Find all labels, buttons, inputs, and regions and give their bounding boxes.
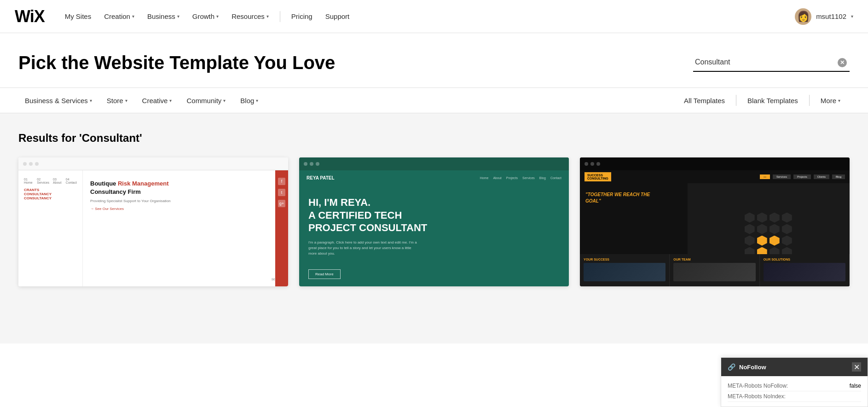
col-title: OUR SOLUTIONS <box>764 258 845 261</box>
bottom-col-team: OUR TEAM <box>670 254 759 286</box>
search-input[interactable] <box>693 53 850 72</box>
google-plus-icon: g+ <box>278 200 285 207</box>
nav-support[interactable]: Support <box>320 9 355 24</box>
chevron-down-icon: ▾ <box>256 98 258 103</box>
main-nav: My Sites Creation ▾ Business ▾ Growth ▾ … <box>59 9 795 24</box>
hex-cell <box>782 224 792 234</box>
nav-pricing[interactable]: Pricing <box>286 9 318 24</box>
card-body: 01 Home 02 Services 03 About 04 Contact … <box>18 170 288 286</box>
user-menu[interactable]: 👩 msut1102 ▾ <box>795 8 853 25</box>
template-brand: REYA PATEL <box>307 175 335 180</box>
chevron-down-icon: ▾ <box>851 14 853 19</box>
category-right: All Templates Blank Templates More ▾ <box>675 93 850 108</box>
category-links: Business & Services ▾ Store ▾ Creative ▾… <box>18 93 675 108</box>
search-box: ✕ <box>693 53 850 72</box>
hex-cell <box>782 236 792 246</box>
search-clear-button[interactable]: ✕ <box>838 58 847 67</box>
category-blog[interactable]: Blog ▾ <box>234 93 265 108</box>
chevron-down-icon: ▾ <box>177 14 179 19</box>
results-heading: Results for 'Consultant' <box>18 132 850 145</box>
window-dot <box>304 162 307 166</box>
template-card-2[interactable]: REYA PATEL Home About Projects Services … <box>299 157 569 286</box>
hex-cell <box>757 213 767 223</box>
col-title: OUR TEAM <box>673 258 755 261</box>
template-heading: HI, I'M REYA. A CERTIFIED TECH PROJECT C… <box>308 196 560 234</box>
card-content: Boutique Risk ManagementConsultancy Firm… <box>83 170 288 286</box>
templates-grid: 01 Home 02 Services 03 About 04 Contact … <box>18 157 850 286</box>
twitter-icon: t <box>278 189 285 196</box>
wix-logo[interactable]: WiX <box>15 7 45 26</box>
nav-divider <box>280 11 280 22</box>
card-top-bar <box>580 157 850 170</box>
window-dot <box>596 162 600 166</box>
category-nav: Business & Services ▾ Store ▾ Creative ▾… <box>0 87 868 113</box>
window-dot <box>35 162 39 166</box>
content-area: Results for 'Consultant' 01 Home 02 Serv… <box>0 113 868 343</box>
col-image <box>584 263 665 281</box>
window-dot <box>310 162 313 166</box>
avatar: 👩 <box>795 8 811 25</box>
template-subtitle: Providing Specialist Support to Your Org… <box>90 199 281 203</box>
card-top-bar <box>299 157 569 170</box>
col-image <box>764 263 845 281</box>
category-community[interactable]: Community ▾ <box>180 93 232 108</box>
card-nav: REYA PATEL Home About Projects Services … <box>299 170 569 185</box>
card-nav: SUCCESSCONSULTING — Services Projects Cl… <box>580 170 850 183</box>
bottom-col-solutions: OUR SOLUTIONS <box>760 254 850 286</box>
facebook-icon: f <box>278 178 285 185</box>
card-content: HI, I'M REYA. A CERTIFIED TECH PROJECT C… <box>299 185 569 286</box>
template-nav-links: Home About Projects Services Blog Contac… <box>480 176 561 180</box>
category-creative[interactable]: Creative ▾ <box>136 93 179 108</box>
bottom-col-success: YOUR SUCCESS <box>580 254 670 286</box>
chevron-down-icon: ▾ <box>90 98 92 103</box>
nav-resources[interactable]: Resources ▾ <box>226 9 274 24</box>
template-nav-links: — Services Projects Clients Blog <box>760 174 845 179</box>
window-dot <box>584 162 588 166</box>
chevron-down-icon: ▾ <box>132 14 134 19</box>
window-dot <box>29 162 33 166</box>
page-title: Pick the Website Template You Love <box>18 52 335 74</box>
hex-cell <box>782 213 792 223</box>
page-title-section: Pick the Website Template You Love ✕ <box>0 33 868 87</box>
card-content: "TOGETHER WE REACH THE GOAL" YOUR SUCCES… <box>580 183 850 286</box>
chevron-down-icon: ▾ <box>223 98 226 103</box>
hex-cell <box>770 224 780 234</box>
template-card-3[interactable]: SUCCESSCONSULTING — Services Projects Cl… <box>580 157 850 286</box>
card-nav: 01 Home 02 Services 03 About 04 Contact <box>24 178 77 184</box>
nav-business[interactable]: Business ▾ <box>142 9 185 24</box>
template-read-more-button: Read More <box>308 269 341 279</box>
hex-cell <box>745 213 755 223</box>
sidebar-brand: CRANTSCONSULTANCYCONSULTANCY <box>24 188 77 200</box>
more-link[interactable]: More ▾ <box>811 93 850 108</box>
hex-cell <box>770 213 780 223</box>
category-store[interactable]: Store ▾ <box>100 93 134 108</box>
username: msut1102 <box>816 12 846 20</box>
template-quote: "TOGETHER WE REACH THE GOAL" <box>585 192 659 204</box>
hex-cell <box>745 224 755 234</box>
blank-templates-link[interactable]: Blank Templates <box>738 93 807 108</box>
template-bottom-sections: YOUR SUCCESS OUR TEAM OUR SOLUTIONS <box>580 254 850 286</box>
chevron-down-icon: ▾ <box>216 14 219 19</box>
hex-grid <box>745 213 793 257</box>
category-divider <box>809 95 810 106</box>
col-title: YOUR SUCCESS <box>584 258 665 261</box>
nav-creation[interactable]: Creation ▾ <box>98 9 140 24</box>
chevron-down-icon: ▾ <box>266 14 269 19</box>
window-dot <box>590 162 594 166</box>
template-card-1[interactable]: 01 Home 02 Services 03 About 04 Contact … <box>18 157 288 286</box>
category-business-services[interactable]: Business & Services ▾ <box>18 93 98 108</box>
social-sidebar: f t g+ <box>275 170 288 286</box>
all-templates-link[interactable]: All Templates <box>675 93 734 108</box>
nav-my-sites[interactable]: My Sites <box>59 9 97 24</box>
category-divider <box>736 95 736 106</box>
col-image <box>673 263 755 281</box>
header: WiX My Sites Creation ▾ Business ▾ Growt… <box>0 0 868 33</box>
chevron-down-icon: ▾ <box>838 98 840 103</box>
template-brand: SUCCESSCONSULTING <box>584 172 611 181</box>
nav-growth[interactable]: Growth ▾ <box>187 9 224 24</box>
card-top-bar <box>18 157 288 170</box>
card-sidebar: 01 Home 02 Services 03 About 04 Contact … <box>18 170 83 286</box>
template-link: → See Our Services <box>90 207 281 211</box>
template-quote-overlay: "TOGETHER WE REACH THE GOAL" <box>585 192 659 204</box>
email-icon: ✉ <box>272 277 275 282</box>
